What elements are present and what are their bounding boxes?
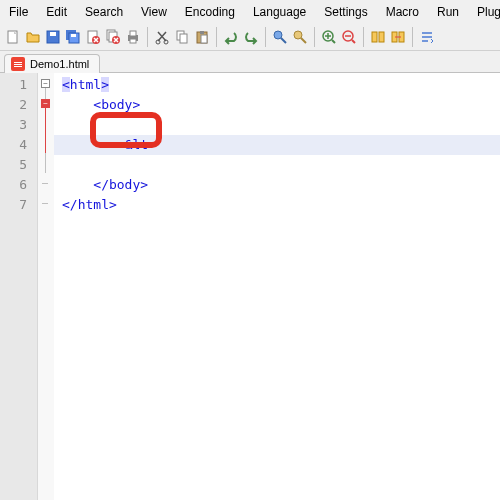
- svg-rect-2: [50, 32, 56, 36]
- close-all-icon[interactable]: [104, 28, 122, 46]
- open-file-icon[interactable]: [24, 28, 42, 46]
- paste-icon[interactable]: [193, 28, 211, 46]
- fold-margin[interactable]: − −: [38, 73, 54, 500]
- svg-rect-13: [130, 39, 136, 43]
- copy-icon[interactable]: [173, 28, 191, 46]
- show-chars-icon[interactable]: [418, 28, 436, 46]
- fold-box-icon[interactable]: −: [41, 99, 50, 108]
- menu-edit[interactable]: Edit: [37, 3, 76, 21]
- close-icon[interactable]: [84, 28, 102, 46]
- svg-point-22: [294, 31, 302, 39]
- sync-scroll-icon[interactable]: [369, 28, 387, 46]
- tab-bar: Demo1.html: [0, 51, 500, 73]
- zoom-out-icon[interactable]: [340, 28, 358, 46]
- menu-file[interactable]: File: [0, 3, 37, 21]
- save-all-icon[interactable]: [64, 28, 82, 46]
- line-num: 3: [0, 115, 37, 135]
- line-num: 6: [0, 175, 37, 195]
- tab-label: Demo1.html: [30, 58, 89, 70]
- menu-settings[interactable]: Settings: [315, 3, 376, 21]
- wordwrap-icon[interactable]: [389, 28, 407, 46]
- menu-bar: File Edit Search View Encoding Language …: [0, 0, 500, 24]
- code-area[interactable]: <html> <body> &lt </body> </html>: [54, 73, 500, 500]
- zoom-in-icon[interactable]: [320, 28, 338, 46]
- menu-language[interactable]: Language: [244, 3, 315, 21]
- menu-plugins[interactable]: Plugins: [468, 3, 500, 21]
- line-num: 2: [0, 95, 37, 115]
- undo-icon[interactable]: [222, 28, 240, 46]
- cut-icon[interactable]: [153, 28, 171, 46]
- new-file-icon[interactable]: [4, 28, 22, 46]
- svg-rect-25: [372, 32, 377, 42]
- menu-encoding[interactable]: Encoding: [176, 3, 244, 21]
- find-icon[interactable]: [271, 28, 289, 46]
- svg-point-21: [274, 31, 282, 39]
- fold-box-icon[interactable]: −: [41, 79, 50, 88]
- save-icon[interactable]: [44, 28, 62, 46]
- line-num: 5: [0, 155, 37, 175]
- line-num: 1: [0, 75, 37, 95]
- svg-rect-20: [201, 35, 207, 43]
- svg-rect-17: [180, 34, 187, 43]
- redo-icon[interactable]: [242, 28, 260, 46]
- entity-text: &lt: [125, 137, 148, 152]
- menu-run[interactable]: Run: [428, 3, 468, 21]
- toolbar: [0, 24, 500, 51]
- editor[interactable]: 1 2 3 4 5 6 7 − − <html> <body> &lt </bo…: [0, 73, 500, 500]
- print-icon[interactable]: [124, 28, 142, 46]
- line-num: 7: [0, 195, 37, 215]
- svg-rect-19: [200, 31, 204, 34]
- menu-search[interactable]: Search: [76, 3, 132, 21]
- tab-demo1[interactable]: Demo1.html: [4, 54, 100, 73]
- line-gutter: 1 2 3 4 5 6 7: [0, 73, 38, 500]
- menu-view[interactable]: View: [132, 3, 176, 21]
- file-modified-icon: [11, 57, 25, 71]
- line-num: 4: [0, 135, 37, 155]
- svg-rect-26: [379, 32, 384, 42]
- menu-macro[interactable]: Macro: [377, 3, 428, 21]
- svg-rect-5: [71, 34, 76, 37]
- svg-rect-12: [130, 31, 136, 36]
- replace-icon[interactable]: [291, 28, 309, 46]
